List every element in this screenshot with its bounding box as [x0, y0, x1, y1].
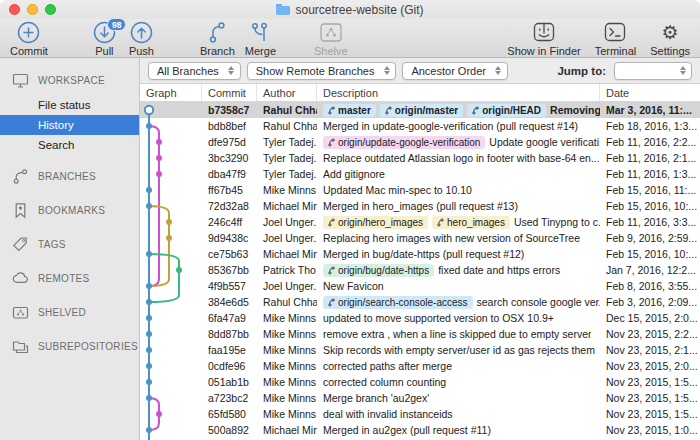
commit-description: Merged in update-google-verification (pu…	[317, 118, 600, 134]
column-header-author[interactable]: Author	[257, 84, 317, 101]
terminal-label: Terminal	[595, 45, 637, 57]
branch-badge: origin/search-console-access	[323, 296, 473, 309]
merge-icon	[249, 20, 271, 45]
commit-button[interactable]: Commit	[10, 20, 48, 57]
table-row[interactable]: 85367bbPatrick Tho...origin/bug/date-htt…	[140, 262, 700, 278]
table-row[interactable]: 0cdfe96Mike Minns...corrected paths afte…	[140, 358, 700, 374]
table-row[interactable]: 4f9b557Joel Unger...New FaviconFeb 8, 20…	[140, 278, 700, 294]
table-row[interactable]: a723bc2Mike Minns...Merge branch 'au2gex…	[140, 390, 700, 406]
order-filter-dropdown[interactable]: Ancestor Order	[402, 62, 508, 80]
table-row[interactable]: 246c4ffJoel Unger...origin/hero_imageshe…	[140, 214, 700, 230]
app-window: sourcetree-website (Git) Commit 98 Pull …	[0, 0, 700, 440]
window-title: sourcetree-website (Git)	[295, 3, 423, 17]
table-row[interactable]: ce75b63Michael Min...Merged in bug/date-…	[140, 246, 700, 262]
commit-date: Nov 23, 2015, 2:1...	[600, 342, 700, 358]
show-in-finder-button[interactable]: Show in Finder	[507, 20, 580, 57]
commit-hash: b7358c7	[202, 102, 257, 118]
commit-date: Feb 15, 2016, 11:...	[600, 182, 700, 198]
commit-date: Feb 11, 2016, 1:3...	[600, 166, 700, 182]
sidebar-section-workspace[interactable]: WORKSPACE	[0, 65, 139, 95]
table-row[interactable]: 8dd87bbMike Minns...remove extra , when …	[140, 326, 700, 342]
table-row[interactable]: dba47f9Tyler Tadej...Add gitignoreFeb 11…	[140, 166, 700, 182]
pull-button[interactable]: 98 Pull	[92, 20, 117, 57]
table-row[interactable]: 65fd580Mike Minns...deal with invalid in…	[140, 406, 700, 422]
column-header-date[interactable]: Date	[600, 84, 700, 101]
push-button[interactable]: Push	[129, 20, 154, 57]
graph-cell	[140, 134, 202, 150]
branch-badge: origin/hero_images	[323, 216, 428, 229]
sidebar-section-branches[interactable]: BRANCHES	[0, 161, 139, 191]
commit-author: Rahul Chhab...	[257, 294, 317, 310]
merge-label: Merge	[245, 45, 276, 57]
jump-to-combobox[interactable]	[614, 62, 692, 80]
table-row[interactable]: dfe975dTyler Tadej...origin/update-googl…	[140, 134, 700, 150]
sidebar-section-bookmarks[interactable]: BOOKMARKS	[0, 195, 139, 225]
commit-date: Feb 9, 2016, 2:59...	[600, 230, 700, 246]
graph-cell	[140, 278, 202, 294]
zoom-button[interactable]	[45, 4, 56, 15]
settings-button[interactable]: ⚙ Settings	[650, 20, 690, 57]
table-row[interactable]: 9d9438cJoel Unger...Replacing hero image…	[140, 230, 700, 246]
sidebar-item-search[interactable]: Search	[0, 135, 139, 155]
sidebar-section-label: BOOKMARKS	[38, 205, 105, 216]
commit-author: Mike Minns...	[257, 326, 317, 342]
merge-button[interactable]: Merge	[245, 20, 276, 57]
sidebar-section-remotes[interactable]: REMOTES	[0, 263, 139, 293]
sidebar-section-subrepositories[interactable]: SUBREPOSITORIES	[0, 331, 139, 361]
gear-icon: ⚙	[662, 20, 679, 45]
sidebar-section-label: SUBREPOSITORIES	[38, 341, 138, 352]
close-button[interactable]	[9, 4, 20, 15]
commit-author: Patrick Tho...	[257, 262, 317, 278]
sidebar-item-history[interactable]: History	[0, 115, 139, 135]
table-row[interactable]: 500a892Michael Min...Merged in au2gex (p…	[140, 422, 700, 438]
commit-description: Merged in hero_images (pull request #13)	[317, 198, 600, 214]
table-row[interactable]: 3bc3290Tyler Tadej...Replace outdated At…	[140, 150, 700, 166]
table-row[interactable]: 384e6d5Rahul Chhab...origin/search-conso…	[140, 294, 700, 310]
chevron-updown-icon	[493, 66, 504, 75]
minimize-button[interactable]	[27, 4, 38, 15]
commit-hash: 0cdfe96	[202, 358, 257, 374]
branch-button[interactable]: Branch	[200, 20, 235, 57]
table-row[interactable]: b7358c7Rahul Chha...masterorigin/mastero…	[140, 102, 700, 118]
table-row[interactable]: 051ab1bMike Minns...corrected column cou…	[140, 374, 700, 390]
sidebar-section-shelved[interactable]: SHELVED	[0, 297, 139, 327]
commit-label: Commit	[10, 45, 48, 57]
table-row[interactable]: 6fa47a9Mike Minns...updated to move supp…	[140, 310, 700, 326]
remote-filter-dropdown[interactable]: Show Remote Branches	[247, 62, 397, 80]
commit-description: Merge branch 'au2gex'	[317, 390, 600, 406]
commit-message: Skip records with empty server/user id a…	[323, 344, 595, 356]
terminal-button[interactable]: Terminal	[595, 20, 637, 57]
sidebar-section-tags[interactable]: TAGS	[0, 229, 139, 259]
table-row[interactable]: 72d32a8Michael Min...Merged in hero_imag…	[140, 198, 700, 214]
commit-message: Removing ol...	[550, 104, 600, 116]
commit-author: Joel Unger...	[257, 214, 317, 230]
commit-hash: 72d32a8	[202, 198, 257, 214]
branch-badge: origin/bug/date-https	[323, 264, 434, 277]
graph-cell	[140, 166, 202, 182]
column-header-graph[interactable]: Graph	[140, 84, 202, 101]
commit-hash: 9d9438c	[202, 230, 257, 246]
table-row[interactable]: faa195eMike Minns...Skip records with em…	[140, 342, 700, 358]
branch-filter-dropdown[interactable]: All Branches	[148, 62, 241, 80]
commit-message: Replace outdated Atlassian logo in foote…	[323, 152, 600, 164]
commit-description: Merged in bug/date-https (pull request #…	[317, 246, 600, 262]
commit-hash: 8dd87bb	[202, 326, 257, 342]
sidebar-item-file-status[interactable]: File status	[0, 95, 139, 115]
sidebar-item-label: Search	[38, 139, 74, 151]
column-header-description[interactable]: Description	[317, 84, 600, 101]
sidebar-section-label: BRANCHES	[38, 171, 96, 182]
commit-date: Nov 23, 2015, 1:0...	[600, 422, 700, 438]
commit-message: Merged in bug/date-https (pull request #…	[323, 248, 524, 260]
column-header-commit[interactable]: Commit	[202, 84, 257, 101]
table-row[interactable]: bdb8befRahul Chhab...Merged in update-go…	[140, 118, 700, 134]
commit-hash: 6fa47a9	[202, 310, 257, 326]
graph-cell	[140, 294, 202, 310]
graph-cell	[140, 374, 202, 390]
commit-message: search console google ver...	[477, 296, 600, 308]
commit-description: Merged in au2gex (pull request #11)	[317, 422, 600, 438]
commit-message: fixed date and https errors	[438, 264, 560, 276]
commit-author: Michael Min...	[257, 422, 317, 438]
table-row[interactable]: ff67b45Mike Minns...Updated Mac min-spec…	[140, 182, 700, 198]
window-title-wrap: sourcetree-website (Git)	[276, 3, 423, 17]
shelve-button[interactable]: Shelve	[314, 20, 348, 57]
